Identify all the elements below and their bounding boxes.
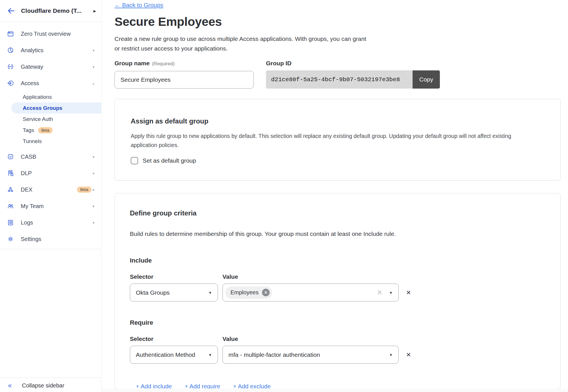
double-chevron-left-icon — [8, 382, 12, 389]
account-menu[interactable]: Cloudflare Demo (T... — [0, 0, 101, 22]
chevron-down-icon — [91, 154, 95, 159]
add-rule-links: + Add include + Add require + Add exclud… — [136, 383, 543, 389]
sidebar-item-zero-trust-overview[interactable]: Zero Trust overview — [0, 26, 101, 42]
sidebar-item-tunnels[interactable]: Tunnels — [0, 136, 101, 147]
sidebar-item-label: Applications — [23, 94, 52, 100]
default-group-card: Assign as default group Apply this rule … — [115, 99, 561, 181]
sidebar-item-service-auth[interactable]: Service Auth — [0, 114, 101, 125]
sidebar-item-settings[interactable]: Settings — [0, 231, 101, 247]
required-hint: (Required) — [152, 61, 175, 66]
back-to-groups-link[interactable]: ← Back to Groups — [115, 2, 163, 9]
page-description: Create a new rule group to use across mu… — [115, 34, 561, 53]
group-name-input[interactable] — [115, 71, 254, 89]
group-name-id-row: Group name(Required) Group ID d21ce80f-5… — [115, 60, 561, 89]
chevron-up-icon — [91, 81, 95, 86]
sidebar-item-access[interactable]: Access — [0, 75, 101, 91]
chevron-down-icon — [208, 290, 212, 295]
window-icon — [7, 30, 14, 37]
chip-remove-icon[interactable] — [262, 289, 270, 296]
sidebar-item-label: Access Groups — [23, 105, 62, 111]
sidebar-item-label: DLP — [21, 170, 91, 177]
include-value-label: Value — [222, 273, 238, 280]
chevron-down-icon — [91, 48, 95, 53]
chevron-down-icon — [389, 352, 393, 357]
criteria-card-description: Build rules to determine membership of t… — [130, 230, 543, 238]
sidebar-nav: Zero Trust overview Analytics Gateway Ac… — [0, 22, 101, 249]
require-value-label: Value — [222, 336, 238, 342]
main-content: ← Back to Groups Secure Employees Create… — [101, 0, 568, 392]
sidebar-item-my-team[interactable]: My Team — [0, 198, 101, 214]
sidebar: Cloudflare Demo (T... Zero Trust overvie… — [0, 0, 101, 392]
add-include-link[interactable]: + Add include — [136, 383, 172, 389]
clear-values-icon[interactable] — [377, 289, 382, 296]
add-require-link[interactable]: + Add require — [185, 383, 220, 389]
default-group-card-title: Assign as default group — [131, 117, 543, 125]
network-icon — [7, 186, 14, 193]
sidebar-item-applications[interactable]: Applications — [0, 91, 101, 102]
include-value-combobox[interactable]: Employees — [222, 284, 399, 301]
sidebar-item-label: Logs — [21, 219, 91, 226]
sidebar-item-dex[interactable]: DEX Beta — [0, 181, 101, 198]
page-title: Secure Employees — [115, 15, 561, 28]
collapse-sidebar-button[interactable]: Collapse sidebar — [0, 378, 101, 392]
sidebar-item-label: Settings — [21, 236, 95, 242]
sidebar-divider — [0, 249, 101, 249]
require-selector-value: Authentication Method — [136, 351, 208, 358]
people-icon — [7, 203, 14, 209]
sidebar-item-label: CASB — [21, 154, 91, 160]
sidebar-item-logs[interactable]: Logs — [0, 214, 101, 231]
chevron-down-icon — [91, 187, 95, 192]
sidebar-item-access-groups[interactable]: Access Groups — [11, 102, 101, 114]
beta-badge: Beta — [77, 186, 91, 193]
sidebar-item-tags[interactable]: Tags Beta — [0, 125, 101, 136]
pie-chart-icon — [7, 47, 14, 54]
account-title: Cloudflare Demo (T... — [21, 7, 93, 14]
page-description-line1: Create a new rule group to use across mu… — [115, 34, 561, 44]
chevron-down-icon — [91, 204, 95, 209]
criteria-card-title: Define group criteria — [130, 209, 543, 217]
back-arrow-icon[interactable] — [6, 6, 16, 16]
require-value-text: mfa - multiple-factor authentication — [228, 351, 389, 358]
sidebar-item-label: Tags — [23, 127, 34, 133]
sidebar-item-label: Tunnels — [23, 138, 42, 144]
sidebar-item-casb[interactable]: CASB — [0, 148, 101, 165]
sidebar-item-gateway[interactable]: Gateway — [0, 58, 101, 75]
sidebar-item-label: My Team — [21, 203, 91, 209]
shield-check-icon — [7, 153, 14, 160]
group-name-label: Group name(Required) — [115, 60, 266, 68]
value-chip: Employees — [225, 286, 272, 299]
sidebar-item-label: DEX — [21, 186, 73, 193]
remove-include-rule-button[interactable] — [406, 289, 411, 296]
add-exclude-link[interactable]: + Add exclude — [233, 383, 271, 389]
include-selector-dropdown[interactable]: Okta Groups — [130, 284, 218, 301]
set-default-group-checkbox[interactable] — [131, 157, 138, 164]
access-subnav: Applications Access Groups Service Auth … — [0, 91, 101, 147]
access-icon — [7, 80, 14, 87]
sidebar-item-dlp[interactable]: DLP — [0, 165, 101, 181]
sidebar-item-analytics[interactable]: Analytics — [0, 42, 101, 58]
group-id-label: Group ID — [266, 60, 440, 67]
default-group-card-description: Apply this rule group to new application… — [131, 131, 526, 150]
chevron-down-icon — [91, 64, 95, 69]
remove-require-rule-button[interactable] — [406, 351, 411, 358]
page-bottom-strip — [101, 389, 568, 392]
require-selector-label: Selector — [130, 336, 222, 342]
include-selector-value: Okta Groups — [136, 289, 208, 296]
require-value-dropdown[interactable]: mfa - multiple-factor authentication — [222, 346, 399, 364]
beta-badge: Beta — [38, 127, 53, 133]
chevron-down-icon — [91, 220, 95, 225]
document-lock-icon — [7, 170, 14, 177]
criteria-card: Define group criteria Build rules to det… — [115, 193, 561, 389]
include-selector-label: Selector — [130, 273, 222, 280]
include-heading: Include — [130, 257, 543, 264]
chevron-right-icon — [93, 8, 96, 13]
copy-button[interactable]: Copy — [413, 70, 440, 89]
group-name-label-text: Group name — [115, 60, 150, 66]
collapse-sidebar-label: Collapse sidebar — [22, 382, 64, 389]
page-description-line2: or restrict user access to your applicat… — [115, 44, 561, 53]
value-chip-label: Employees — [230, 289, 259, 296]
gateway-icon — [7, 63, 14, 70]
chevron-down-icon — [91, 171, 95, 176]
sidebar-item-label: Service Auth — [23, 116, 53, 122]
require-selector-dropdown[interactable]: Authentication Method — [130, 346, 218, 364]
